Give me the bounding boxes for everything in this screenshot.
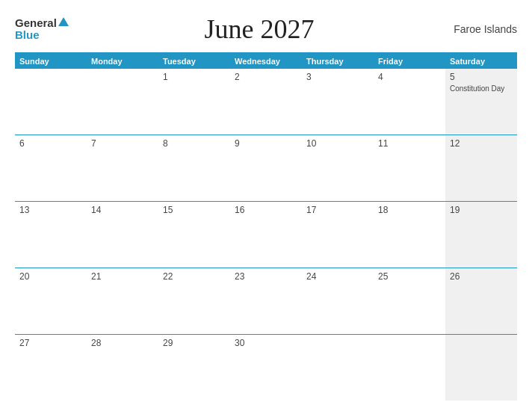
day-number: 6 — [19, 138, 82, 149]
calendar-page: General Blue June 2027 Faroe Islands Sun… — [0, 0, 532, 411]
week-row-3: 13141516171819 — [15, 202, 517, 268]
day-header-tuesday: Tuesday — [158, 54, 230, 69]
week-row-4: 20212223242526 — [15, 268, 517, 335]
week-row-2: 6789101112 — [15, 135, 517, 202]
day-header-sunday: Sunday — [15, 54, 87, 69]
calendar-cell — [15, 69, 87, 135]
region-label: Faroe Islands — [450, 23, 517, 35]
day-header-friday: Friday — [374, 54, 445, 69]
calendar-cell: 8 — [158, 135, 230, 201]
calendar-cell: 21 — [87, 268, 158, 334]
day-number: 5 — [450, 72, 513, 82]
logo: General Blue — [15, 17, 69, 42]
day-number: 16 — [235, 205, 297, 215]
calendar-cell: 12 — [445, 135, 517, 201]
calendar-cell: 19 — [445, 202, 517, 268]
day-number: 21 — [91, 271, 154, 282]
calendar-cell — [302, 335, 374, 401]
month-title: June 2027 — [69, 13, 450, 45]
day-number: 15 — [163, 205, 226, 215]
calendar-cell: 20 — [15, 268, 87, 334]
day-header-monday: Monday — [87, 54, 158, 69]
day-header-thursday: Thursday — [302, 54, 374, 69]
calendar-body: 12345Constitution Day6789101112131415161… — [15, 69, 517, 401]
calendar-cell — [374, 335, 445, 401]
day-number: 20 — [19, 271, 82, 282]
calendar-cell — [445, 335, 517, 401]
day-number: 3 — [306, 72, 369, 82]
day-number: 13 — [19, 205, 82, 215]
day-number: 7 — [91, 138, 154, 149]
day-number: 23 — [235, 271, 297, 282]
calendar-cell: 29 — [158, 335, 230, 401]
calendar: SundayMondayTuesdayWednesdayThursdayFrid… — [15, 52, 517, 401]
calendar-cell: 30 — [230, 335, 302, 401]
logo-triangle-icon — [58, 17, 69, 26]
calendar-cell: 25 — [374, 268, 445, 334]
logo-general-text: General — [15, 17, 57, 30]
calendar-cell: 22 — [158, 268, 230, 334]
day-number: 14 — [91, 205, 154, 215]
day-number: 26 — [450, 271, 513, 282]
day-number: 25 — [378, 271, 441, 282]
calendar-header: SundayMondayTuesdayWednesdayThursdayFrid… — [15, 54, 517, 69]
calendar-cell: 3 — [302, 69, 374, 135]
calendar-cell: 9 — [230, 135, 302, 201]
logo-blue-text: Blue — [15, 29, 40, 42]
calendar-cell: 18 — [374, 202, 445, 268]
day-number: 27 — [19, 338, 82, 348]
week-row-5: 27282930 — [15, 335, 517, 401]
day-number: 2 — [235, 72, 297, 82]
day-number: 12 — [450, 138, 513, 149]
calendar-cell: 1 — [158, 69, 230, 135]
calendar-cell: 15 — [158, 202, 230, 268]
day-number: 17 — [306, 205, 369, 215]
day-number: 19 — [450, 205, 513, 215]
day-number: 28 — [91, 338, 154, 348]
day-header-wednesday: Wednesday — [230, 54, 302, 69]
day-number: 10 — [306, 138, 369, 149]
calendar-event: Constitution Day — [450, 84, 513, 93]
day-number: 9 — [235, 138, 297, 149]
calendar-cell: 13 — [15, 202, 87, 268]
calendar-cell: 4 — [374, 69, 445, 135]
calendar-cell: 23 — [230, 268, 302, 334]
day-number: 24 — [306, 271, 369, 282]
calendar-cell: 17 — [302, 202, 374, 268]
calendar-cell: 16 — [230, 202, 302, 268]
calendar-cell: 7 — [87, 135, 158, 201]
calendar-cell: 10 — [302, 135, 374, 201]
header: General Blue June 2027 Faroe Islands — [15, 13, 517, 45]
week-row-1: 12345Constitution Day — [15, 69, 517, 135]
day-number: 18 — [378, 205, 441, 215]
day-number: 4 — [378, 72, 441, 82]
calendar-cell: 27 — [15, 335, 87, 401]
calendar-cell: 24 — [302, 268, 374, 334]
calendar-cell: 5Constitution Day — [445, 69, 517, 135]
day-number: 1 — [163, 72, 226, 82]
day-number: 22 — [163, 271, 226, 282]
day-number: 11 — [378, 138, 441, 149]
calendar-cell: 28 — [87, 335, 158, 401]
day-number: 30 — [235, 338, 297, 348]
calendar-cell: 6 — [15, 135, 87, 201]
day-number: 29 — [163, 338, 226, 348]
calendar-cell: 26 — [445, 268, 517, 334]
calendar-cell: 14 — [87, 202, 158, 268]
day-number: 8 — [163, 138, 226, 149]
calendar-cell — [87, 69, 158, 135]
day-header-saturday: Saturday — [445, 54, 517, 69]
calendar-cell: 2 — [230, 69, 302, 135]
calendar-cell: 11 — [374, 135, 445, 201]
